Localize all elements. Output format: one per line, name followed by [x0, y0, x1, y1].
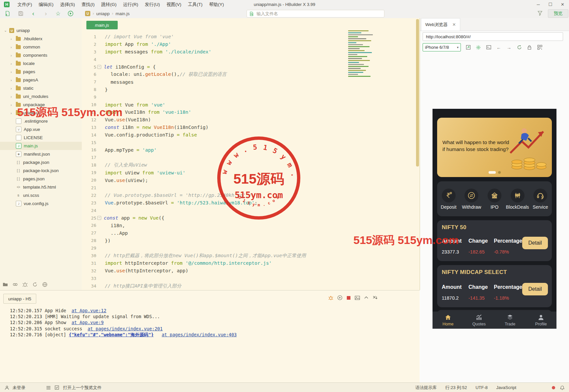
- tree-folder-uview-ui[interactable]: ›uview-ui: [0, 109, 82, 117]
- bell-icon[interactable]: [560, 385, 564, 390]
- tree-file-manifest.json[interactable]: ✱manifest.json: [0, 150, 82, 158]
- banner-carousel[interactable]: What will happen to the world if humans …: [437, 118, 552, 177]
- menu-item[interactable]: 选择(S): [60, 2, 75, 8]
- code-line[interactable]: 10import Vue from 'vue': [82, 101, 411, 108]
- tree-folder-locale[interactable]: ›locale: [0, 59, 82, 68]
- fold-marker-icon[interactable]: −: [97, 65, 101, 69]
- tree-file-package.json[interactable]: [ ]package.json: [0, 158, 82, 166]
- code-line[interactable]: 29: [82, 244, 411, 252]
- code-line[interactable]: 33: [82, 275, 411, 282]
- tree-file-App.vue[interactable]: VApp.vue: [0, 125, 82, 134]
- tree-file-pages.json[interactable]: [ ]pages.json: [0, 175, 82, 183]
- web-icon[interactable]: [42, 282, 47, 287]
- close-button[interactable]: ✕: [561, 2, 564, 7]
- restart-icon[interactable]: [337, 295, 343, 300]
- source-link[interactable]: at App.vue:12: [72, 308, 106, 313]
- code-line[interactable]: 18// 引入全局uView: [82, 161, 411, 169]
- screenshot-icon[interactable]: [355, 295, 360, 300]
- file-search-box[interactable]: [247, 10, 384, 17]
- menu-item[interactable]: 帮助(Y): [209, 2, 224, 8]
- back-arrow-icon[interactable]: ←: [496, 45, 502, 50]
- code-line[interactable]: 31import httpInterceptor from '@/common/…: [82, 259, 411, 267]
- code-line[interactable]: 32Vue.use(httpInterceptor, app): [82, 267, 411, 275]
- code-line[interactable]: 24: [82, 207, 411, 214]
- dot[interactable]: [498, 171, 501, 174]
- status-item[interactable]: JavaScript: [496, 385, 516, 390]
- forward-arrow-icon[interactable]: →: [506, 45, 512, 50]
- collapse-arrow-icon[interactable]: ›: [11, 37, 14, 41]
- tree-file-vue.config.js[interactable]: Jvue.config.js: [0, 199, 82, 208]
- console-tab[interactable]: uniapp - H5: [3, 294, 36, 304]
- quick-action-blockdeals[interactable]: BlockDeals: [507, 189, 528, 210]
- tree-file-uni.scss[interactable]: Suni.scss: [0, 191, 82, 199]
- menu-item[interactable]: 跳转(G): [101, 2, 117, 8]
- source-link[interactable]: at App.vue:9: [72, 320, 104, 325]
- code-line[interactable]: 28}): [82, 237, 411, 244]
- menu-item[interactable]: 发行(U): [145, 2, 160, 8]
- tree-folder-pages[interactable]: ›pages: [0, 68, 82, 76]
- gear-icon[interactable]: [475, 45, 481, 50]
- login-status[interactable]: 未登录: [13, 385, 25, 391]
- tree-folder-static[interactable]: ›static: [0, 84, 82, 92]
- new-file-button[interactable]: [4, 10, 11, 17]
- tree-folder-uni_modules[interactable]: ›uni_modules: [0, 92, 82, 101]
- quick-action-service[interactable]: Service: [529, 189, 551, 210]
- code-line[interactable]: 11import VueI18n from 'vue-i18n': [82, 108, 411, 116]
- nav-trade[interactable]: Trade: [494, 312, 525, 329]
- resize-icon[interactable]: [465, 45, 471, 50]
- filter-funnel-icon[interactable]: [537, 11, 543, 16]
- dot-active[interactable]: [489, 171, 496, 174]
- qr-code-icon[interactable]: [537, 45, 543, 50]
- minimize-button[interactable]: ─: [537, 2, 540, 7]
- clear-close-icon[interactable]: [373, 295, 377, 300]
- notification-dot-icon[interactable]: [552, 386, 555, 390]
- code-line[interactable]: 20Vue.use(uView);: [82, 176, 411, 184]
- tree-folder-unpackage[interactable]: ›unpackage: [0, 101, 82, 109]
- device-selector[interactable]: iPhone 6/7/8 ▾: [423, 43, 461, 51]
- object-link[interactable]: {"kefu":"#","webname":"海外源码"}: [69, 332, 154, 337]
- menu-item[interactable]: 工具(T): [188, 2, 202, 8]
- back-button[interactable]: ‹: [30, 10, 37, 17]
- collapse-arrow-icon[interactable]: ›: [11, 45, 14, 49]
- detail-button[interactable]: Detail: [522, 237, 548, 249]
- collapse-arrow-icon[interactable]: ›: [11, 62, 14, 66]
- save-button[interactable]: [17, 10, 24, 17]
- expand-arrow-icon[interactable]: ⌄: [4, 28, 7, 33]
- editor-scrollbar[interactable]: [416, 19, 419, 166]
- minimap[interactable]: [348, 30, 378, 78]
- code-line[interactable]: 16App.mpType = 'app': [82, 146, 411, 154]
- code-line[interactable]: 27 ...App: [82, 229, 411, 237]
- collapse-arrow-icon[interactable]: ›: [11, 103, 14, 107]
- search-icon[interactable]: [13, 282, 18, 287]
- tree-folder-pagesA[interactable]: ›pagesA: [0, 76, 82, 84]
- code-line[interactable]: 26 i18n,: [82, 222, 411, 229]
- collapse-arrow-icon[interactable]: ›: [11, 95, 14, 99]
- code-line[interactable]: 21: [82, 184, 411, 192]
- tree-file-LICENSE[interactable]: LICENSE: [0, 134, 82, 142]
- status-item[interactable]: 行:23 列:52: [445, 385, 467, 391]
- collapse-arrow-icon[interactable]: ›: [11, 111, 14, 115]
- tree-file-template.h5.html[interactable]: <>template.h5.html: [0, 183, 82, 191]
- url-bar[interactable]: [423, 32, 563, 41]
- menu-item[interactable]: 视图(V): [166, 2, 181, 8]
- editor-tab[interactable]: main.js: [86, 21, 118, 29]
- quick-action-ipo[interactable]: IPO: [484, 189, 505, 210]
- source-link[interactable]: at pages/index/index.vue:403: [162, 332, 237, 337]
- source-link[interactable]: at pages/index/index.vue:201: [88, 326, 163, 331]
- code-line[interactable]: 13const i18n = new VueI18n(i18nConfig): [82, 124, 411, 131]
- tree-folder-common[interactable]: ›common: [0, 43, 82, 51]
- list-icon[interactable]: [46, 386, 51, 390]
- collapse-arrow-icon[interactable]: ›: [11, 53, 14, 57]
- debug-icon[interactable]: [22, 282, 28, 287]
- menu-item[interactable]: 查找(I): [81, 2, 95, 8]
- code-line[interactable]: 22// Vue.prototype.$baseUrl = 'http://gp…: [82, 192, 411, 199]
- code-line[interactable]: 30// http拦截器，将此部分放在new Vue()和app.$mount(…: [82, 252, 411, 259]
- files-icon[interactable]: [3, 282, 8, 287]
- fold-marker-icon[interactable]: −: [97, 216, 101, 220]
- code-line[interactable]: 19import uView from 'uview-ui': [82, 169, 411, 176]
- nav-quotes[interactable]: Quotes: [464, 312, 494, 329]
- status-item[interactable]: UTF-8: [475, 385, 488, 390]
- carousel-dots[interactable]: [437, 171, 552, 174]
- tree-folder-.hbuilderx[interactable]: ›.hbuilderx: [0, 35, 82, 43]
- menu-item[interactable]: 文件(F): [17, 2, 32, 8]
